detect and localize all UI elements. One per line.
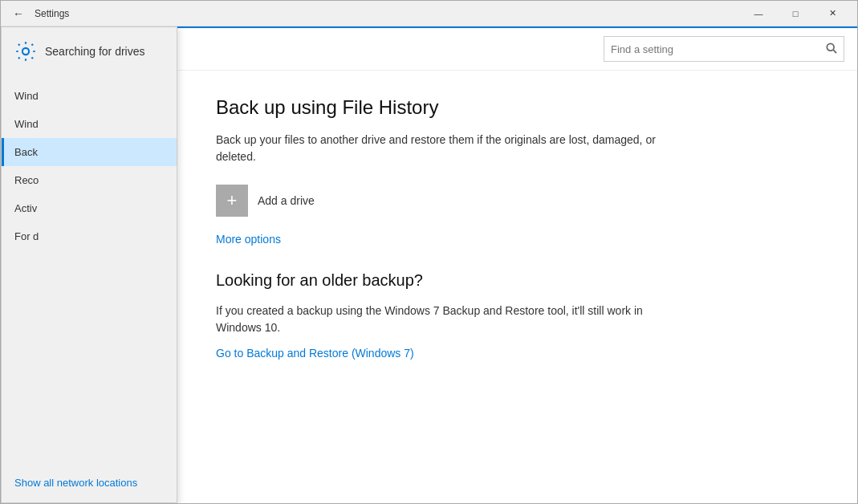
older-backup-title: Looking for an older backup? [216,271,781,290]
svg-point-1 [827,43,834,51]
minimize-button[interactable]: — [740,1,777,26]
more-options-link[interactable]: More options [216,233,781,246]
sidebar: Searching for drives Wind Wind Back [1,26,177,503]
add-drive-button[interactable]: + Add a drive [216,185,324,217]
back-button[interactable]: ← [7,2,30,25]
add-drive-icon: + [216,185,248,217]
close-button[interactable]: ✕ [814,1,851,26]
title-bar: ← Settings — □ ✕ [1,1,857,26]
content-area: Back up using File History Back up your … [177,26,857,503]
settings-window: ← Settings — □ ✕ Searching f [0,0,858,504]
content-header [177,28,857,71]
maximize-button[interactable]: □ [777,1,814,26]
sidebar-nav: Wind Wind Back Reco Activ For [2,82,177,469]
svg-line-2 [833,50,836,53]
show-network-locations-link[interactable]: Show all network locations [2,467,150,498]
content-body: Back up using File History Back up your … [177,71,819,386]
window-title: Settings [35,8,69,19]
search-icon [826,43,837,56]
searching-text: Searching for drives [45,45,145,58]
main-desc: Back up your files to another drive and … [216,132,681,165]
go-to-backup-link[interactable]: Go to Backup and Restore (Windows 7) [216,347,414,360]
svg-point-0 [22,48,29,55]
sidebar-item-2[interactable]: Back [2,138,177,166]
sidebar-item-4[interactable]: Activ [2,194,177,222]
older-backup-desc: If you created a backup using the Window… [216,303,665,336]
sidebar-item-5[interactable]: For d [2,222,177,250]
sidebar-item-1[interactable]: Wind [2,110,177,138]
search-input[interactable] [611,43,826,55]
search-box[interactable] [604,36,844,62]
main-title: Back up using File History [216,96,781,119]
searching-header: Searching for drives [2,40,177,82]
sidebar-item-3[interactable]: Reco [2,166,177,194]
settings-gear-icon [14,40,37,63]
add-drive-label: Add a drive [248,194,324,207]
main-area: Searching for drives Wind Wind Back [1,26,857,503]
drive-search-panel: Searching for drives Wind Wind Back [1,26,177,503]
sidebar-item-0[interactable]: Wind [2,82,177,110]
window-controls: — □ ✕ [740,1,851,26]
back-arrow-icon: ← [13,7,24,20]
